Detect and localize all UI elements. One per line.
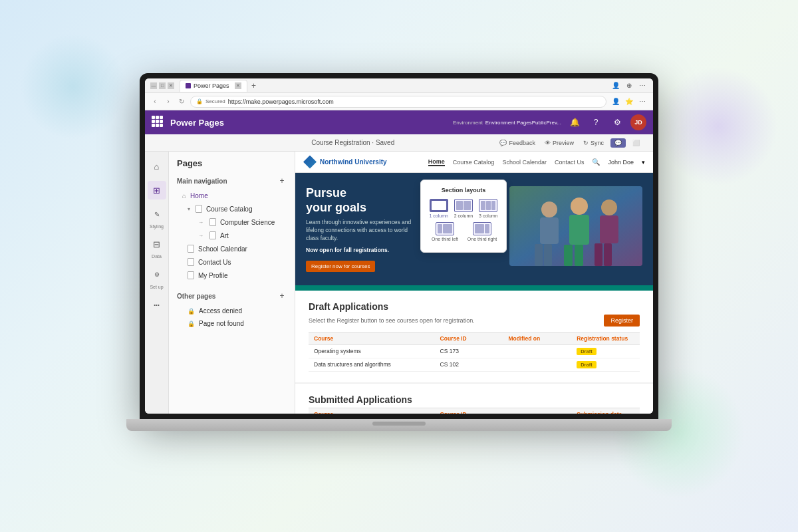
rail-more-button[interactable]: ••• [148, 295, 166, 314]
site-user-dropdown-icon[interactable]: ▾ [642, 159, 645, 166]
site-user-name[interactable]: John Doe [608, 159, 634, 166]
maximize-button[interactable]: □ [159, 82, 166, 89]
svg-point-0 [541, 201, 557, 217]
sync-button[interactable]: ↻ Sync [581, 138, 606, 148]
subtitle-actions: 💬 Feedback 👁 Preview ↻ Sync 💬 ⬜ [497, 138, 642, 148]
row1-status: Draft [571, 345, 640, 358]
section-layouts-popup: Section layouts 1 column [420, 180, 507, 253]
notifications-button[interactable]: 🔔 [567, 114, 583, 130]
url-display: https://make.powerpages.microsoft.com [228, 98, 334, 105]
page-not-found-icon: 🔒 [188, 321, 195, 327]
nav-item-contact-us[interactable]: Contact Us [169, 255, 295, 269]
svg-rect-7 [575, 245, 583, 266]
sub-col-id: Course ID [435, 408, 503, 414]
favorites-button[interactable]: ⭐ [624, 96, 634, 107]
feedback-button[interactable]: 💬 Feedback [497, 138, 538, 148]
main-content: ⌂ ⊞ ✎ Styling ⊟ Data [145, 152, 653, 414]
layout-1-column[interactable]: 1 column [428, 199, 450, 218]
preview-button[interactable]: 👁 Preview [542, 138, 577, 148]
waffle-menu-icon[interactable] [152, 116, 165, 129]
site-nav-contact-us[interactable]: Contact Us [555, 159, 585, 166]
site-nav-course-catalog[interactable]: Course Catalog [453, 159, 495, 166]
env-name: Environment PagesPublicPrev... [485, 120, 561, 126]
rail-data-label: Data [152, 254, 162, 259]
rail-home-button[interactable]: ⌂ [148, 157, 166, 176]
layout-3col-icon [479, 199, 497, 212]
add-other-page-button[interactable]: + [277, 291, 287, 301]
register-button[interactable]: Register [604, 315, 640, 327]
icon-rail: ⌂ ⊞ ✎ Styling ⊟ Data [145, 152, 169, 414]
nav-item-art[interactable]: → Art [169, 229, 295, 242]
art-label: Art [220, 232, 229, 239]
nav-item-course-catalog[interactable]: ▾ Course Catalog [169, 202, 295, 215]
preview-icon: 👁 [545, 140, 551, 146]
hero-cta-button[interactable]: Register now for courses [306, 261, 375, 272]
new-tab-button[interactable]: + [249, 80, 259, 91]
settings-dots-button[interactable]: ⋯ [637, 96, 648, 107]
address-bar[interactable]: 🔒 Secured https://make.powerpages.micros… [190, 96, 606, 108]
draft-applications-section: Draft Applications Select the Register b… [295, 291, 653, 382]
layout-third-right[interactable]: One third right [465, 222, 499, 241]
table-row: Operating systems CS 173 Draft [309, 345, 640, 358]
layout-third-left-icon [436, 222, 454, 235]
table-header-row: Course Course ID Modified on Registratio… [309, 332, 640, 345]
forward-button[interactable]: › [164, 97, 173, 106]
other-pages-header: Other pages + [169, 287, 295, 305]
user-avatar[interactable]: JD [630, 114, 646, 130]
extensions-button[interactable]: ⊕ [624, 80, 634, 91]
chat-button[interactable]: 💬 [610, 138, 626, 148]
site-header: Northwind University Home Course Catalog… [295, 152, 653, 173]
expand-button[interactable]: ⬜ [630, 138, 642, 148]
layout-options-row-1: 1 column 2 column [428, 199, 499, 218]
help-button[interactable]: ? [588, 114, 604, 130]
more-button[interactable]: ⋯ [637, 80, 648, 91]
layout-3-column[interactable]: 3 column [477, 199, 499, 218]
nav-item-computer-science[interactable]: → Computer Science [169, 215, 295, 229]
rail-styling-button[interactable]: ✎ [148, 205, 166, 223]
table-row: Data structures and algorithms CS 102 Dr… [309, 358, 640, 372]
preview-wrapper: Northwind University Home Course Catalog… [295, 152, 653, 414]
layout-third-left[interactable]: One third left [428, 222, 462, 241]
app-topbar: Power Pages Environment Environment Page… [145, 110, 653, 134]
refresh-button[interactable]: ↻ [177, 97, 186, 106]
rail-data-button[interactable]: ⊟ [148, 235, 166, 253]
site-nav-school-calendar[interactable]: School Calendar [502, 159, 547, 166]
site-nav: Home Course Catalog School Calendar Cont… [394, 158, 645, 166]
rail-styling-label: Styling [150, 224, 164, 229]
nav-item-my-profile[interactable]: My Profile [169, 269, 295, 282]
nav-item-school-calendar[interactable]: School Calendar [169, 242, 295, 255]
site-search-icon[interactable]: 🔍 [592, 158, 600, 166]
hero-section: Pursueyour goals Learn through innovativ… [295, 173, 653, 285]
contact-icon [188, 258, 194, 266]
site-nav-home[interactable]: Home [428, 158, 445, 166]
minimize-button[interactable]: — [150, 82, 157, 89]
back-button[interactable]: ‹ [150, 97, 160, 106]
row2-course: Data structures and algorithms [309, 358, 435, 371]
browser-tab[interactable]: Power Pages ✕ [180, 80, 247, 92]
svg-rect-10 [595, 243, 602, 266]
topbar-settings-button[interactable]: ⚙ [609, 114, 625, 130]
add-main-nav-button[interactable]: + [277, 176, 287, 186]
logo-icon [303, 156, 317, 169]
rail-pages-button[interactable]: ⊞ [148, 181, 166, 200]
rail-setup-button[interactable]: ⚙ [148, 265, 166, 284]
tab-close-button[interactable]: ✕ [235, 82, 241, 89]
sub-col-extra: ... [503, 408, 571, 414]
close-button[interactable]: ✕ [168, 82, 174, 89]
row1-status-badge: Draft [577, 348, 597, 355]
chevron-down-icon: ▾ [188, 206, 190, 212]
profile-button[interactable]: 👤 [610, 80, 621, 91]
university-name: Northwind University [320, 158, 387, 166]
layout-2-column[interactable]: 2 column [452, 199, 474, 218]
nav-item-home[interactable]: ⌂ Home [169, 190, 295, 202]
laptop-shell: — □ ✕ Power Pages ✕ + 👤 ⊕ ⋯ [140, 73, 658, 446]
access-denied-icon: 🔒 [188, 308, 195, 315]
main-nav-section-header: Main navigation + [169, 172, 295, 190]
user-profile-button[interactable]: 👤 [610, 96, 621, 107]
nav-item-access-denied[interactable]: 🔒 Access denied [169, 305, 295, 317]
nav-item-page-not-found[interactable]: 🔒 Page not found [169, 317, 295, 330]
laptop-screen: — □ ✕ Power Pages ✕ + 👤 ⊕ ⋯ [140, 73, 658, 419]
browser-right-actions: 👤 ⭐ ⋯ [610, 96, 648, 107]
sync-icon: ↻ [583, 140, 589, 146]
row1-course: Operating systems [309, 345, 435, 358]
